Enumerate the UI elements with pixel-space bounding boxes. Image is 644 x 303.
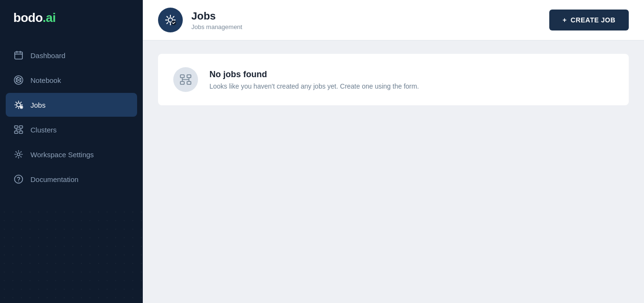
sidebar-item-workspace-settings[interactable]: Workspace Settings <box>6 142 137 166</box>
sidebar-label-workspace-settings: Workspace Settings <box>30 151 94 159</box>
svg-point-15 <box>17 153 20 156</box>
page-header: Jobs Jobs management + CREATE JOB <box>143 0 644 40</box>
svg-point-6 <box>17 103 20 107</box>
page-icon-circle <box>158 8 183 32</box>
empty-state-title: No jobs found <box>209 70 419 80</box>
logo-text-ai: .ai <box>43 10 56 25</box>
sidebar-item-documentation[interactable]: Documentation <box>6 167 137 191</box>
plus-icon: + <box>563 16 567 24</box>
empty-state-text: No jobs found Looks like you haven't cre… <box>209 70 419 90</box>
sidebar-label-clusters: Clusters <box>30 126 57 134</box>
sidebar-label-jobs: Jobs <box>30 101 46 109</box>
sidebar-item-clusters[interactable]: Clusters <box>6 118 137 141</box>
clusters-icon <box>13 124 24 135</box>
nav-items: Dashboard Notebook <box>0 43 143 303</box>
page-gear-icon <box>164 14 177 26</box>
sidebar-label-notebook: Notebook <box>30 76 61 84</box>
svg-rect-21 <box>187 75 191 78</box>
clusters-empty-icon <box>180 74 191 85</box>
sidebar: bodo.ai Dashboard <box>0 0 143 303</box>
empty-state-icon-circle <box>173 67 198 92</box>
settings-icon <box>13 149 24 160</box>
svg-rect-9 <box>20 126 23 128</box>
logo-text-bodo: bodo <box>13 10 43 25</box>
logo-area: bodo.ai <box>0 0 143 36</box>
sidebar-label-documentation: Documentation <box>30 175 79 183</box>
page-title: Jobs <box>191 10 242 22</box>
header-left: Jobs Jobs management <box>158 8 242 32</box>
sidebar-label-dashboard: Dashboard <box>30 51 65 60</box>
create-job-button[interactable]: + CREATE JOB <box>549 10 629 30</box>
sidebar-item-dashboard[interactable]: Dashboard <box>6 43 137 67</box>
svg-point-16 <box>15 175 23 183</box>
sidebar-item-jobs[interactable]: Jobs <box>6 93 137 117</box>
sidebar-item-notebook[interactable]: Notebook <box>6 68 137 92</box>
svg-rect-22 <box>180 81 184 84</box>
svg-rect-8 <box>15 126 18 128</box>
logo: bodo.ai <box>13 10 129 25</box>
main-content: Jobs Jobs management + CREATE JOB <box>143 0 644 303</box>
page-subtitle: Jobs management <box>191 23 242 30</box>
svg-rect-11 <box>20 131 23 133</box>
empty-state-subtitle: Looks like you haven't created any jobs … <box>209 82 419 90</box>
svg-rect-20 <box>180 75 184 78</box>
svg-rect-0 <box>15 52 22 59</box>
jobs-icon <box>13 100 24 110</box>
content-area: No jobs found Looks like you haven't cre… <box>143 40 644 303</box>
svg-rect-10 <box>15 131 18 133</box>
calendar-icon <box>13 50 24 61</box>
svg-point-17 <box>18 181 19 182</box>
notebook-icon <box>13 75 24 85</box>
header-text: Jobs Jobs management <box>191 10 242 30</box>
help-icon <box>13 174 24 184</box>
empty-state-card: No jobs found Looks like you haven't cre… <box>158 54 629 105</box>
svg-rect-23 <box>187 81 191 84</box>
create-job-label: CREATE JOB <box>571 16 615 24</box>
